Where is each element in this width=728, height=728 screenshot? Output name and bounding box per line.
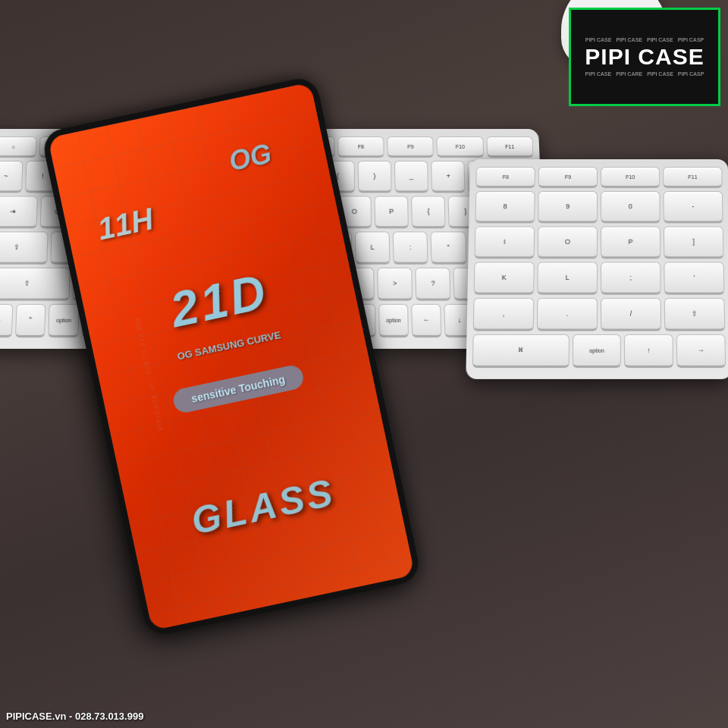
logo-small-2: PIPI CASE (616, 37, 642, 42)
key-lbracket: { (411, 196, 446, 228)
logo-main-brand: PIPI CASE (585, 46, 704, 68)
logo-small-7: PIPI CASE (647, 71, 673, 77)
key-r-right: → (676, 334, 726, 368)
logo-small-6: PIPI CARE (616, 71, 642, 77)
key-r-f9: F9 (538, 167, 598, 188)
logo-small-3: PIPI CASE (647, 37, 673, 42)
key-colon: : (393, 231, 428, 264)
key-shift-left: ⇧ (0, 268, 70, 301)
key-r-minus: - (663, 191, 723, 223)
logo-small-5: PIPI CASE (585, 71, 612, 77)
key-r-i: I (475, 226, 535, 259)
key-gt: > (377, 268, 413, 301)
key-arrow-left: ← (411, 304, 441, 337)
key-minus: _ (394, 161, 429, 193)
key-r-f11: F11 (663, 167, 723, 188)
key-r-f8: F8 (475, 167, 535, 188)
key-0: ) (357, 161, 391, 193)
key-r-p: P (601, 226, 661, 259)
logo-top-row: PIPI CASE PIPI CASE PIPI CASE PIPI CASP (585, 37, 704, 42)
logo-small-4: PIPI CASP (678, 37, 704, 42)
key-r-k: K (474, 262, 535, 294)
key-fn: fn (0, 304, 14, 337)
key-option-right: option (378, 304, 409, 337)
key-r-dot: . (537, 298, 598, 331)
key-r-option: option (572, 334, 621, 368)
key-r-0: 0 (601, 191, 661, 223)
key-r-bracket: ] (664, 226, 724, 259)
key-plus: + (431, 161, 466, 193)
key-capslock: ⇪ (0, 231, 48, 264)
key-l: L (355, 231, 391, 264)
key-r-8: 8 (475, 191, 535, 223)
bottom-watermark: PIPICASE.vn - 028.73.013.999 (6, 711, 143, 722)
key-quote: " (431, 231, 466, 264)
key-f8: F8 (337, 136, 384, 158)
key-r-comma: , (473, 298, 534, 331)
main-scene: ☼ F2 ♫ ⏮ ⏸ ⏭ ◫ F8 F9 F10 F11 ~ ! @ # $ %… (0, 0, 728, 728)
key-p: P (374, 196, 409, 228)
key-f9: F9 (387, 136, 434, 158)
key-r-o: O (538, 226, 598, 259)
logo-bottom-row: PIPI CASE PIPI CARE PIPI CASE PIPI CASP (585, 71, 704, 77)
key-r-shift: ⇧ (664, 298, 725, 331)
key-tab: ⇥ (0, 196, 38, 228)
key-tilde: ~ (0, 161, 24, 193)
key-r-l: L (537, 262, 598, 294)
key-r-apos: ' (664, 262, 724, 294)
logo-box: PIPI CASE PIPI CASE PIPI CASE PIPI CASP … (569, 8, 720, 106)
key-sun: ☼ (0, 136, 37, 158)
key-f11: F11 (486, 136, 534, 158)
key-ctrl: ⌃ (15, 304, 46, 337)
key-r-cmd: ⌘ (472, 334, 570, 368)
logo-small-1: PIPI CASE (585, 37, 612, 42)
key-question: ? (415, 268, 450, 301)
key-r-slash: / (601, 298, 661, 331)
key-r-f10: F10 (601, 167, 660, 188)
key-r-9: 9 (538, 191, 598, 223)
key-f10: F10 (437, 136, 484, 158)
keyboard-right: F8 F9 F10 F11 8 9 0 - I O P ] K L ; ' , … (466, 159, 728, 379)
key-r-semi: ; (601, 262, 661, 294)
logo-small-8: PIPI CASP (678, 71, 704, 77)
key-option-left: option (49, 304, 80, 337)
key-r-up: ↑ (624, 334, 673, 368)
